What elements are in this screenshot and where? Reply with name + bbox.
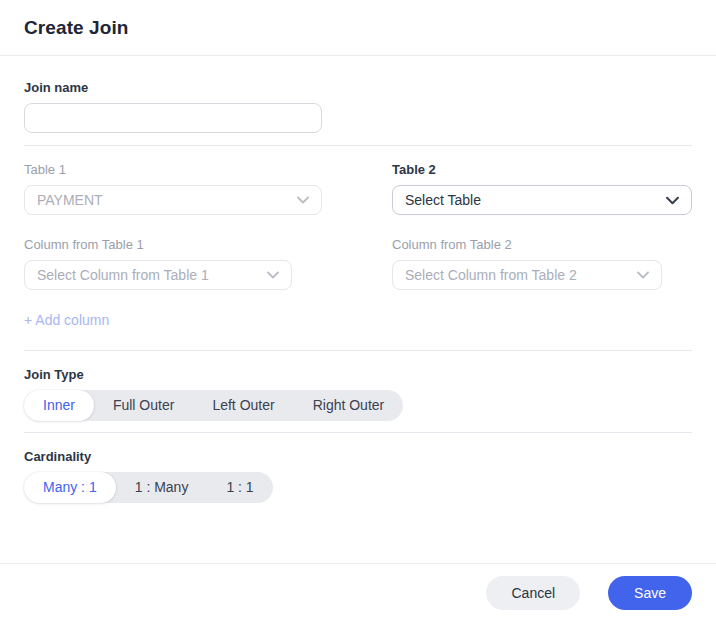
- join-type-option-full-outer[interactable]: Full Outer: [94, 390, 193, 421]
- add-column-link[interactable]: + Add column: [24, 313, 109, 327]
- column-2-select: Select Column from Table 2: [392, 260, 662, 290]
- divider: [24, 350, 692, 351]
- chevron-down-icon: [637, 271, 649, 279]
- dialog-body: Join name Table 1 PAYMENT Table 2 Select…: [0, 56, 716, 563]
- join-name-field: Join name: [24, 56, 692, 133]
- dialog-footer: Cancel Save: [0, 563, 716, 621]
- join-type-label: Join Type: [24, 368, 692, 381]
- tables-row: Table 1 PAYMENT Table 2 Select Table: [24, 163, 692, 215]
- column-1-field: Column from Table 1 Select Column from T…: [24, 238, 322, 290]
- column-1-placeholder: Select Column from Table 1: [37, 267, 209, 283]
- divider: [24, 145, 692, 146]
- cardinality-label: Cardinality: [24, 450, 692, 463]
- chevron-down-icon: [297, 196, 309, 204]
- cardinality-segmented-control: Many : 1 1 : Many 1 : 1: [24, 472, 273, 503]
- cardinality-option-1-1[interactable]: 1 : 1: [207, 472, 272, 503]
- table-2-label: Table 2: [392, 163, 692, 176]
- join-type-section: Join Type Inner Full Outer Left Outer Ri…: [24, 368, 692, 421]
- cardinality-section: Cardinality Many : 1 1 : Many 1 : 1: [24, 450, 692, 503]
- table-2-placeholder: Select Table: [405, 192, 481, 208]
- join-type-option-left-outer[interactable]: Left Outer: [193, 390, 293, 421]
- table-2-select[interactable]: Select Table: [392, 185, 692, 215]
- columns-row: Column from Table 1 Select Column from T…: [24, 238, 692, 290]
- join-name-input[interactable]: [24, 103, 322, 133]
- column-1-label: Column from Table 1: [24, 238, 322, 251]
- join-type-option-inner[interactable]: Inner: [24, 390, 94, 421]
- divider: [24, 432, 692, 433]
- table-1-select: PAYMENT: [24, 185, 322, 215]
- chevron-down-icon: [267, 271, 279, 279]
- table-1-value: PAYMENT: [37, 192, 103, 208]
- chevron-down-icon: [666, 196, 679, 205]
- table-2-field: Table 2 Select Table: [392, 163, 692, 215]
- cardinality-option-many-1[interactable]: Many : 1: [24, 472, 116, 503]
- column-2-label: Column from Table 2: [392, 238, 692, 251]
- table-1-field: Table 1 PAYMENT: [24, 163, 322, 215]
- dialog-header: Create Join: [0, 0, 716, 56]
- table-1-label: Table 1: [24, 163, 322, 176]
- join-type-segmented-control: Inner Full Outer Left Outer Right Outer: [24, 390, 403, 421]
- save-button[interactable]: Save: [608, 576, 692, 610]
- column-1-select: Select Column from Table 1: [24, 260, 292, 290]
- column-2-field: Column from Table 2 Select Column from T…: [392, 238, 692, 290]
- create-join-dialog: Create Join Join name Table 1 PAYMENT Ta…: [0, 0, 716, 621]
- cancel-button[interactable]: Cancel: [486, 576, 580, 610]
- join-type-option-right-outer[interactable]: Right Outer: [294, 390, 404, 421]
- column-2-placeholder: Select Column from Table 2: [405, 267, 577, 283]
- cardinality-option-1-many[interactable]: 1 : Many: [116, 472, 208, 503]
- join-name-label: Join name: [24, 81, 692, 94]
- dialog-title: Create Join: [24, 17, 129, 39]
